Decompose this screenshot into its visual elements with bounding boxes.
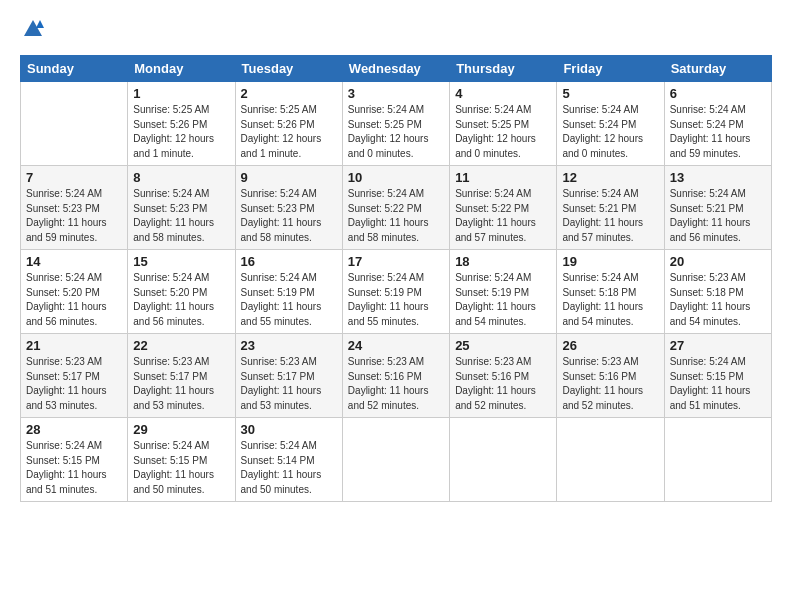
day-info: Sunrise: 5:24 AM Sunset: 5:14 PM Dayligh…	[241, 439, 337, 497]
calendar-cell: 25Sunrise: 5:23 AM Sunset: 5:16 PM Dayli…	[450, 334, 557, 418]
day-info: Sunrise: 5:24 AM Sunset: 5:24 PM Dayligh…	[562, 103, 658, 161]
calendar-cell: 10Sunrise: 5:24 AM Sunset: 5:22 PM Dayli…	[342, 166, 449, 250]
day-info: Sunrise: 5:24 AM Sunset: 5:25 PM Dayligh…	[348, 103, 444, 161]
day-number: 25	[455, 338, 551, 353]
logo-text	[20, 18, 44, 45]
day-header-wednesday: Wednesday	[342, 56, 449, 82]
day-number: 12	[562, 170, 658, 185]
day-number: 28	[26, 422, 122, 437]
day-info: Sunrise: 5:24 AM Sunset: 5:18 PM Dayligh…	[562, 271, 658, 329]
calendar-week-3: 14Sunrise: 5:24 AM Sunset: 5:20 PM Dayli…	[21, 250, 772, 334]
day-number: 5	[562, 86, 658, 101]
day-info: Sunrise: 5:25 AM Sunset: 5:26 PM Dayligh…	[133, 103, 229, 161]
day-info: Sunrise: 5:23 AM Sunset: 5:17 PM Dayligh…	[26, 355, 122, 413]
day-number: 7	[26, 170, 122, 185]
calendar-cell	[450, 418, 557, 502]
day-number: 22	[133, 338, 229, 353]
day-info: Sunrise: 5:24 AM Sunset: 5:15 PM Dayligh…	[670, 355, 766, 413]
day-info: Sunrise: 5:24 AM Sunset: 5:25 PM Dayligh…	[455, 103, 551, 161]
day-number: 8	[133, 170, 229, 185]
day-info: Sunrise: 5:25 AM Sunset: 5:26 PM Dayligh…	[241, 103, 337, 161]
calendar-cell: 9Sunrise: 5:24 AM Sunset: 5:23 PM Daylig…	[235, 166, 342, 250]
day-header-friday: Friday	[557, 56, 664, 82]
day-info: Sunrise: 5:24 AM Sunset: 5:20 PM Dayligh…	[26, 271, 122, 329]
day-header-monday: Monday	[128, 56, 235, 82]
day-header-thursday: Thursday	[450, 56, 557, 82]
calendar-cell: 6Sunrise: 5:24 AM Sunset: 5:24 PM Daylig…	[664, 82, 771, 166]
calendar-cell: 27Sunrise: 5:24 AM Sunset: 5:15 PM Dayli…	[664, 334, 771, 418]
svg-marker-1	[36, 20, 44, 28]
day-info: Sunrise: 5:24 AM Sunset: 5:19 PM Dayligh…	[348, 271, 444, 329]
day-header-saturday: Saturday	[664, 56, 771, 82]
day-info: Sunrise: 5:24 AM Sunset: 5:20 PM Dayligh…	[133, 271, 229, 329]
day-info: Sunrise: 5:23 AM Sunset: 5:17 PM Dayligh…	[241, 355, 337, 413]
calendar-cell: 4Sunrise: 5:24 AM Sunset: 5:25 PM Daylig…	[450, 82, 557, 166]
calendar-cell: 17Sunrise: 5:24 AM Sunset: 5:19 PM Dayli…	[342, 250, 449, 334]
day-number: 30	[241, 422, 337, 437]
logo-icon	[22, 18, 44, 40]
day-number: 21	[26, 338, 122, 353]
calendar-cell: 3Sunrise: 5:24 AM Sunset: 5:25 PM Daylig…	[342, 82, 449, 166]
day-number: 18	[455, 254, 551, 269]
day-header-sunday: Sunday	[21, 56, 128, 82]
day-info: Sunrise: 5:24 AM Sunset: 5:19 PM Dayligh…	[455, 271, 551, 329]
calendar-header-row: SundayMondayTuesdayWednesdayThursdayFrid…	[21, 56, 772, 82]
day-number: 11	[455, 170, 551, 185]
calendar-week-5: 28Sunrise: 5:24 AM Sunset: 5:15 PM Dayli…	[21, 418, 772, 502]
day-info: Sunrise: 5:24 AM Sunset: 5:21 PM Dayligh…	[562, 187, 658, 245]
calendar-cell: 14Sunrise: 5:24 AM Sunset: 5:20 PM Dayli…	[21, 250, 128, 334]
day-info: Sunrise: 5:24 AM Sunset: 5:15 PM Dayligh…	[26, 439, 122, 497]
day-number: 2	[241, 86, 337, 101]
calendar-cell: 26Sunrise: 5:23 AM Sunset: 5:16 PM Dayli…	[557, 334, 664, 418]
calendar-cell: 22Sunrise: 5:23 AM Sunset: 5:17 PM Dayli…	[128, 334, 235, 418]
day-info: Sunrise: 5:24 AM Sunset: 5:15 PM Dayligh…	[133, 439, 229, 497]
day-info: Sunrise: 5:24 AM Sunset: 5:23 PM Dayligh…	[133, 187, 229, 245]
day-number: 13	[670, 170, 766, 185]
calendar-cell: 15Sunrise: 5:24 AM Sunset: 5:20 PM Dayli…	[128, 250, 235, 334]
calendar-cell: 16Sunrise: 5:24 AM Sunset: 5:19 PM Dayli…	[235, 250, 342, 334]
day-info: Sunrise: 5:24 AM Sunset: 5:19 PM Dayligh…	[241, 271, 337, 329]
calendar-cell: 11Sunrise: 5:24 AM Sunset: 5:22 PM Dayli…	[450, 166, 557, 250]
calendar-table: SundayMondayTuesdayWednesdayThursdayFrid…	[20, 55, 772, 502]
calendar-cell: 19Sunrise: 5:24 AM Sunset: 5:18 PM Dayli…	[557, 250, 664, 334]
calendar-cell: 13Sunrise: 5:24 AM Sunset: 5:21 PM Dayli…	[664, 166, 771, 250]
day-info: Sunrise: 5:24 AM Sunset: 5:24 PM Dayligh…	[670, 103, 766, 161]
day-number: 19	[562, 254, 658, 269]
day-number: 10	[348, 170, 444, 185]
day-number: 26	[562, 338, 658, 353]
calendar-cell: 1Sunrise: 5:25 AM Sunset: 5:26 PM Daylig…	[128, 82, 235, 166]
day-header-tuesday: Tuesday	[235, 56, 342, 82]
day-number: 20	[670, 254, 766, 269]
day-number: 24	[348, 338, 444, 353]
calendar-cell: 18Sunrise: 5:24 AM Sunset: 5:19 PM Dayli…	[450, 250, 557, 334]
page: SundayMondayTuesdayWednesdayThursdayFrid…	[0, 0, 792, 512]
day-info: Sunrise: 5:23 AM Sunset: 5:18 PM Dayligh…	[670, 271, 766, 329]
day-number: 17	[348, 254, 444, 269]
calendar-cell: 24Sunrise: 5:23 AM Sunset: 5:16 PM Dayli…	[342, 334, 449, 418]
calendar-cell: 7Sunrise: 5:24 AM Sunset: 5:23 PM Daylig…	[21, 166, 128, 250]
calendar-week-2: 7Sunrise: 5:24 AM Sunset: 5:23 PM Daylig…	[21, 166, 772, 250]
day-number: 9	[241, 170, 337, 185]
calendar-cell: 8Sunrise: 5:24 AM Sunset: 5:23 PM Daylig…	[128, 166, 235, 250]
calendar-week-4: 21Sunrise: 5:23 AM Sunset: 5:17 PM Dayli…	[21, 334, 772, 418]
calendar-cell	[21, 82, 128, 166]
day-number: 15	[133, 254, 229, 269]
day-info: Sunrise: 5:23 AM Sunset: 5:16 PM Dayligh…	[455, 355, 551, 413]
calendar-cell: 21Sunrise: 5:23 AM Sunset: 5:17 PM Dayli…	[21, 334, 128, 418]
day-number: 1	[133, 86, 229, 101]
day-info: Sunrise: 5:23 AM Sunset: 5:16 PM Dayligh…	[562, 355, 658, 413]
header	[20, 18, 772, 45]
day-number: 14	[26, 254, 122, 269]
day-number: 6	[670, 86, 766, 101]
day-info: Sunrise: 5:23 AM Sunset: 5:16 PM Dayligh…	[348, 355, 444, 413]
day-info: Sunrise: 5:24 AM Sunset: 5:22 PM Dayligh…	[455, 187, 551, 245]
day-info: Sunrise: 5:24 AM Sunset: 5:23 PM Dayligh…	[241, 187, 337, 245]
calendar-cell: 29Sunrise: 5:24 AM Sunset: 5:15 PM Dayli…	[128, 418, 235, 502]
calendar-cell: 5Sunrise: 5:24 AM Sunset: 5:24 PM Daylig…	[557, 82, 664, 166]
day-info: Sunrise: 5:24 AM Sunset: 5:21 PM Dayligh…	[670, 187, 766, 245]
calendar-cell: 23Sunrise: 5:23 AM Sunset: 5:17 PM Dayli…	[235, 334, 342, 418]
logo	[20, 18, 44, 45]
calendar-cell: 2Sunrise: 5:25 AM Sunset: 5:26 PM Daylig…	[235, 82, 342, 166]
calendar-cell: 12Sunrise: 5:24 AM Sunset: 5:21 PM Dayli…	[557, 166, 664, 250]
calendar-cell: 28Sunrise: 5:24 AM Sunset: 5:15 PM Dayli…	[21, 418, 128, 502]
